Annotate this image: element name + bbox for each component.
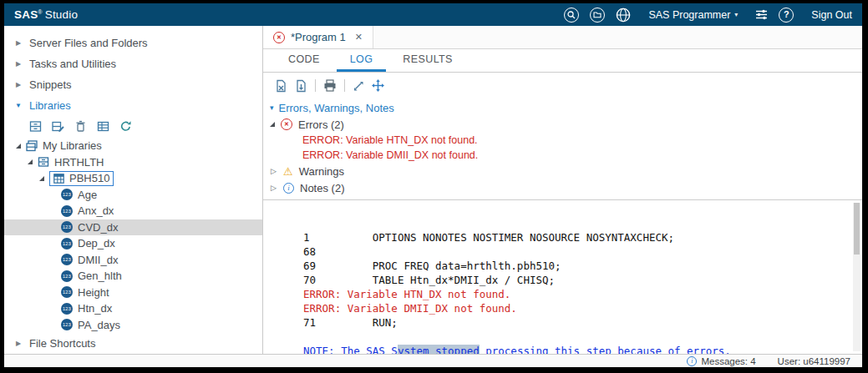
view-tabs: CODE LOG RESULTS bbox=[263, 49, 862, 73]
user-menu[interactable]: SAS Programmer ▾ bbox=[648, 9, 738, 21]
chevron-right-icon: ▶ bbox=[14, 81, 23, 88]
numeric-column-icon: 123 bbox=[61, 189, 73, 200]
preferences-icon[interactable] bbox=[755, 9, 768, 20]
tab-results[interactable]: RESULTS bbox=[389, 49, 466, 72]
expanded-twisty-icon[interactable] bbox=[16, 144, 21, 149]
focused-node: PBH510 bbox=[49, 171, 114, 186]
numeric-column-icon: 123 bbox=[61, 205, 73, 217]
main-panel: ✕ *Program 1 ✕ CODE LOG RESULTS bbox=[263, 26, 862, 354]
print-icon[interactable] bbox=[323, 79, 337, 92]
error-x-glyph: ✕ bbox=[277, 34, 282, 41]
table-view-icon[interactable] bbox=[97, 120, 109, 133]
toolbar-separator bbox=[344, 79, 345, 92]
tree-item-column-height[interactable]: 123Height bbox=[4, 285, 262, 301]
help-icon[interactable]: ? bbox=[779, 8, 794, 23]
numeric-column-icon: 123 bbox=[61, 270, 73, 282]
tab-log[interactable]: LOG bbox=[337, 49, 387, 72]
column-label: Dep_dx bbox=[78, 237, 115, 250]
clear-log-icon[interactable] bbox=[275, 79, 287, 93]
expanded-twisty-icon[interactable] bbox=[39, 176, 44, 181]
header-actions: SAS Programmer ▾ ? Sign Out bbox=[564, 8, 852, 23]
globe-icon[interactable] bbox=[616, 8, 631, 23]
notes-group[interactable]: ▷ i Notes (2) bbox=[263, 179, 862, 196]
delete-icon[interactable] bbox=[74, 120, 87, 133]
table-icon bbox=[53, 174, 64, 184]
error-x-glyph: ✕ bbox=[284, 121, 289, 128]
errors-group[interactable]: ✕ Errors (2) bbox=[263, 116, 862, 133]
tree-item-column-age[interactable]: 123Age bbox=[4, 187, 262, 204]
assign-library-icon[interactable] bbox=[52, 120, 64, 133]
vertical-scrollbar[interactable] bbox=[853, 203, 860, 351]
app-header: SAS®Studio SAS Programmer ▾ ? Sign Out bbox=[4, 3, 862, 26]
tree-item-column-htn_dx[interactable]: 123Htn_dx bbox=[4, 300, 262, 317]
messages-indicator[interactable]: i Messages: 4 bbox=[687, 356, 755, 366]
tree-item-column-pa_days[interactable]: 123PA_days bbox=[4, 317, 262, 334]
user-indicator: User: u64119997 bbox=[778, 356, 850, 366]
document-tab-label: *Program 1 bbox=[291, 31, 346, 43]
library-icon bbox=[38, 156, 49, 168]
tab-code[interactable]: CODE bbox=[275, 49, 333, 72]
download-log-icon[interactable] bbox=[295, 79, 307, 93]
tree-label: HRTHLTH bbox=[54, 156, 104, 169]
sidebar-item-file-shortcuts[interactable]: ▶ File Shortcuts bbox=[4, 333, 262, 354]
library-group-icon bbox=[26, 140, 38, 152]
help-glyph: ? bbox=[784, 10, 789, 19]
column-label: Age bbox=[78, 189, 97, 201]
tree-item-column-dep_dx[interactable]: 123Dep_dx bbox=[4, 235, 262, 252]
registered-mark: ® bbox=[38, 9, 42, 15]
column-label: Anx_dx bbox=[78, 204, 114, 217]
column-label: Height bbox=[78, 286, 109, 299]
sidebar-item-tasks-utilities[interactable]: ▶ Tasks and Utilities bbox=[4, 53, 262, 74]
warnings-group[interactable]: ▷ ⚠ Warnings bbox=[263, 163, 862, 179]
log-line: NOTE: The SAS System stopped processing … bbox=[303, 344, 845, 354]
tree-item-column-cvd_dx[interactable]: 123CVD_dx bbox=[4, 219, 262, 236]
log-content[interactable]: 1 OPTIONS NONOTES NOSTIMER NOSOURCE NOSY… bbox=[263, 200, 862, 354]
sidebar-item-libraries[interactable]: ▼ Libraries bbox=[4, 95, 262, 116]
collapsed-twisty-icon[interactable]: ▷ bbox=[270, 184, 277, 192]
numeric-column-icon: 123 bbox=[61, 303, 73, 315]
column-list: 123Age123Anx_dx123CVD_dx123Dep_dx123DMII… bbox=[4, 187, 262, 334]
tree-item-table-pbh510[interactable]: PBH510 bbox=[4, 170, 262, 187]
maximize-view-icon[interactable] bbox=[372, 79, 384, 92]
error-icon: ✕ bbox=[281, 118, 292, 130]
scrollbar-thumb[interactable] bbox=[854, 203, 860, 255]
user-menu-label: SAS Programmer bbox=[648, 9, 730, 21]
tree-item-library-hrthlth[interactable]: HRTHLTH bbox=[4, 154, 262, 171]
log-line: 68 bbox=[303, 244, 845, 259]
libraries-toolbar bbox=[4, 116, 262, 138]
tree-item-column-anx_dx[interactable]: 123Anx_dx bbox=[4, 203, 262, 219]
tree-label: My Libraries bbox=[43, 139, 102, 152]
log-line: 69 PROC FREQ data=hrthlth.pbh510; bbox=[303, 259, 845, 273]
close-tab-icon[interactable]: ✕ bbox=[355, 32, 363, 43]
chevron-down-icon: ▾ bbox=[270, 103, 274, 112]
open-file-icon[interactable] bbox=[590, 8, 605, 23]
sidebar-item-server-files[interactable]: ▶ Server Files and Folders bbox=[4, 33, 262, 53]
expanded-twisty-icon[interactable] bbox=[270, 122, 275, 127]
tree-item-column-gen_hlth[interactable]: 123Gen_hlth bbox=[4, 268, 262, 285]
error-list: ERROR: Variable HTN_DX not found.ERROR: … bbox=[263, 133, 862, 163]
numeric-column-icon: 123 bbox=[61, 254, 73, 265]
new-library-icon[interactable] bbox=[29, 120, 42, 133]
log-summary-header[interactable]: ▾ Errors, Warnings, Notes bbox=[263, 99, 862, 116]
chevron-down-icon: ▾ bbox=[734, 11, 738, 18]
error-message[interactable]: ERROR: Variable HTN_DX not found. bbox=[263, 133, 862, 148]
content-area: ▶ Server Files and Folders ▶ Tasks and U… bbox=[4, 26, 862, 354]
shrink-view-icon[interactable] bbox=[353, 80, 364, 92]
error-message[interactable]: ERROR: Variable DMII_DX not found. bbox=[263, 148, 862, 163]
tree-label: PBH510 bbox=[69, 172, 109, 184]
refresh-icon[interactable] bbox=[119, 120, 132, 133]
collapsed-twisty-icon[interactable]: ▷ bbox=[270, 167, 277, 175]
search-icon[interactable] bbox=[564, 8, 579, 23]
column-label: DMII_dx bbox=[78, 254, 118, 266]
numeric-column-icon: 123 bbox=[61, 319, 73, 330]
expanded-twisty-icon[interactable] bbox=[28, 159, 33, 164]
tab-program-1[interactable]: ✕ *Program 1 ✕ bbox=[263, 26, 373, 48]
status-bar: i Messages: 4 User: u64119997 bbox=[4, 354, 862, 367]
sidebar-item-label: Server Files and Folders bbox=[29, 37, 148, 49]
sidebar-item-label: File Shortcuts bbox=[29, 337, 95, 350]
tree-item-my-libraries[interactable]: My Libraries bbox=[4, 138, 262, 154]
log-toolbar bbox=[263, 75, 862, 96]
sidebar-item-snippets[interactable]: ▶ Snippets bbox=[4, 74, 262, 95]
sign-out-button[interactable]: Sign Out bbox=[811, 9, 852, 21]
tree-item-column-dmii_dx[interactable]: 123DMII_dx bbox=[4, 252, 262, 269]
